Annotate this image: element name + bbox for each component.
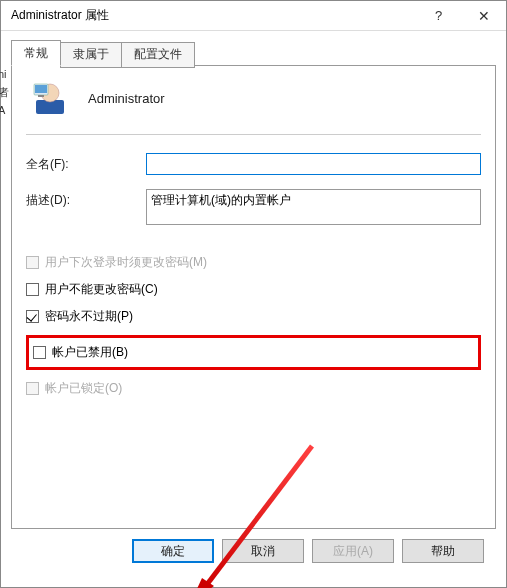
divider [26,134,481,135]
window-title: Administrator 属性 [11,7,416,24]
checkbox-locked-row: 帐户已锁定(O) [26,380,481,397]
fullname-row: 全名(F): [26,153,481,175]
titlebar: Administrator 属性 ? ✕ [1,1,506,31]
checkbox-cannotchange[interactable] [26,283,39,296]
tab-panel-general: Administrator 全名(F): 描述(D): 管理计算机(域)的内置帐… [11,65,496,529]
checkbox-disabled-row[interactable]: 帐户已禁用(B) [33,344,474,361]
account-name: Administrator [88,91,165,106]
tab-profile[interactable]: 配置文件 [121,42,195,68]
description-row: 描述(D): 管理计算机(域)的内置帐户 [26,189,481,228]
checkbox-neverexpire-row[interactable]: 密码永不过期(P) [26,308,481,325]
checkbox-locked-label: 帐户已锁定(O) [45,380,122,397]
dialog-footer: 确定 取消 应用(A) 帮助 [11,529,496,577]
description-input[interactable]: 管理计算机(域)的内置帐户 [146,189,481,225]
svg-marker-6 [190,578,214,588]
apply-button[interactable]: 应用(A) [312,539,394,563]
cancel-button[interactable]: 取消 [222,539,304,563]
help-button[interactable]: ? [416,1,461,30]
fullname-input[interactable] [146,153,481,175]
dialog-content: 常规 隶属于 配置文件 Administrator 全名 [1,31,506,587]
checkbox-neverexpire-label: 密码永不过期(P) [45,308,133,325]
checkbox-neverexpire[interactable] [26,310,39,323]
fullname-input-wrap [146,153,481,175]
fullname-label: 全名(F): [26,153,146,173]
checkbox-locked [26,382,39,395]
description-input-wrap: 管理计算机(域)的内置帐户 [146,189,481,228]
checkbox-mustchange [26,256,39,269]
checkbox-disabled[interactable] [33,346,46,359]
svg-rect-3 [35,85,47,93]
description-label: 描述(D): [26,189,146,209]
properties-dialog: Administrator 属性 ? ✕ 常规 隶属于 配置文件 [0,0,507,588]
tab-strip: 常规 隶属于 配置文件 [11,40,496,66]
titlebar-buttons: ? ✕ [416,1,506,30]
tab-general[interactable]: 常规 [11,40,61,66]
tab-memberof[interactable]: 隶属于 [60,42,122,68]
help-button-footer[interactable]: 帮助 [402,539,484,563]
left-edge-fragment: ni 者 A [0,65,9,119]
header-row: Administrator [26,80,481,116]
ok-button[interactable]: 确定 [132,539,214,563]
checkbox-mustchange-label: 用户下次登录时须更改密码(M) [45,254,207,271]
highlight-annotation: 帐户已禁用(B) [26,335,481,370]
checkbox-disabled-label: 帐户已禁用(B) [52,344,128,361]
svg-rect-4 [38,95,44,97]
checkbox-cannotchange-label: 用户不能更改密码(C) [45,281,158,298]
close-button[interactable]: ✕ [461,1,506,30]
checkbox-cannotchange-row[interactable]: 用户不能更改密码(C) [26,281,481,298]
checkbox-mustchange-row: 用户下次登录时须更改密码(M) [26,254,481,271]
user-icon [32,80,68,116]
